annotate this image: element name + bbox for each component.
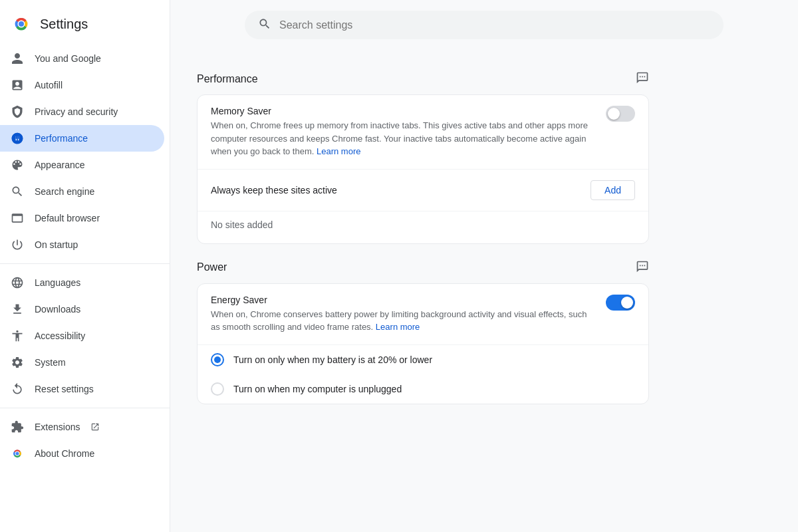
sidebar-item-label: You and Google [35, 53, 101, 64]
main-content: Performance Memory Saver When on, Chrome… [170, 0, 798, 532]
energy-saver-toggle[interactable] [606, 295, 635, 311]
sidebar-divider-2 [0, 408, 170, 408]
memory-saver-learn-more[interactable]: Learn more [317, 146, 360, 156]
search-input[interactable] [279, 19, 710, 31]
sidebar-divider-1 [0, 263, 170, 264]
energy-saver-desc: When on, Chrome conserves battery power … [211, 308, 595, 334]
sidebar-nav-tertiary: Extensions About Chrome [0, 414, 170, 467]
sidebar-item-label: About Chrome [35, 448, 94, 459]
autofill-icon [11, 78, 24, 92]
memory-saver-content: Memory Saver When on, Chrome frees up me… [211, 106, 595, 158]
performance-section-header: Performance [197, 71, 649, 86]
sidebar-item-about-chrome[interactable]: About Chrome [0, 440, 164, 467]
power-section-title: Power [197, 261, 227, 273]
external-link-icon [90, 422, 100, 432]
sidebar-item-label: Search engine [35, 186, 94, 197]
performance-card: Memory Saver When on, Chrome frees up me… [197, 94, 649, 244]
download-icon [11, 303, 24, 316]
radio-battery-20-label: Turn on only when my battery is at 20% o… [233, 354, 432, 365]
radio-unplugged[interactable] [211, 382, 224, 396]
always-active-sites-header: Always keep these sites active Add [198, 170, 648, 211]
sidebar-header: Settings [0, 5, 170, 45]
performance-feedback-icon[interactable] [636, 71, 649, 86]
svg-point-4 [19, 21, 24, 27]
shield-icon [11, 105, 24, 118]
browser-icon [11, 211, 24, 225]
sidebar-item-on-startup[interactable]: On startup [0, 231, 164, 258]
memory-saver-title: Memory Saver [211, 106, 595, 116]
memory-saver-slider [606, 106, 635, 122]
sidebar-item-languages[interactable]: Languages [0, 269, 164, 296]
sidebar-item-downloads[interactable]: Downloads [0, 296, 164, 323]
search-bar-container [170, 0, 798, 50]
energy-saver-row: Energy Saver When on, Chrome conserves b… [198, 284, 648, 345]
app-title: Settings [40, 17, 88, 32]
memory-saver-header: Memory Saver When on, Chrome frees up me… [211, 106, 635, 158]
radio-unplugged-row[interactable]: Turn on when my computer is unplugged [198, 374, 648, 404]
sidebar-item-reset-settings[interactable]: Reset settings [0, 376, 164, 402]
search-bar [245, 11, 724, 39]
sidebar-item-privacy-and-security[interactable]: Privacy and security [0, 98, 164, 125]
sidebar-item-autofill[interactable]: Autofill [0, 72, 164, 98]
sidebar-item-extensions[interactable]: Extensions [0, 414, 164, 440]
energy-saver-header: Energy Saver When on, Chrome conserves b… [211, 295, 635, 334]
sidebar: Settings You and Google Autofill Privacy… [0, 0, 170, 532]
energy-saver-slider [606, 295, 635, 311]
energy-saver-title: Energy Saver [211, 295, 595, 305]
always-active-sites-label: Always keep these sites active [211, 185, 337, 196]
person-icon [11, 52, 24, 65]
sidebar-item-label: Privacy and security [35, 106, 118, 117]
no-sites-message: No sites added [198, 211, 648, 243]
system-icon [11, 356, 24, 369]
sidebar-item-appearance[interactable]: Appearance [0, 152, 164, 178]
radio-battery-20-row[interactable]: Turn on only when my battery is at 20% o… [198, 345, 648, 374]
sidebar-item-label: System [35, 357, 66, 368]
sidebar-item-label: Extensions [35, 422, 80, 432]
sidebar-item-label: Autofill [35, 80, 63, 90]
sidebar-item-you-and-google[interactable]: You and Google [0, 45, 164, 72]
radio-unplugged-label: Turn on when my computer is unplugged [233, 384, 402, 394]
memory-saver-desc: When on, Chrome frees up memory from ina… [211, 119, 595, 158]
power-icon [11, 238, 24, 251]
globe-icon [11, 276, 24, 289]
sidebar-item-label: Performance [35, 133, 88, 144]
performance-section-title: Performance [197, 73, 258, 85]
sidebar-item-label: Languages [35, 277, 80, 288]
sidebar-item-accessibility[interactable]: Accessibility [0, 323, 164, 349]
power-card: Energy Saver When on, Chrome conserves b… [197, 283, 649, 404]
accessibility-icon [11, 329, 24, 342]
sidebar-nav-primary: You and Google Autofill Privacy and secu… [0, 45, 170, 258]
sidebar-item-label: Downloads [35, 304, 80, 315]
palette-icon [11, 158, 24, 172]
sidebar-item-default-browser[interactable]: Default browser [0, 205, 164, 231]
speedometer-icon [11, 132, 24, 145]
memory-saver-toggle[interactable] [606, 106, 635, 122]
energy-saver-content: Energy Saver When on, Chrome conserves b… [211, 295, 595, 334]
sidebar-item-search-engine[interactable]: Search engine [0, 178, 164, 205]
sidebar-item-label: Reset settings [35, 384, 94, 394]
sidebar-item-label: Default browser [35, 213, 100, 223]
search-icon [258, 17, 271, 33]
search-engine-icon [11, 185, 24, 198]
puzzle-icon [11, 420, 24, 434]
add-sites-button[interactable]: Add [591, 180, 635, 200]
sidebar-nav-secondary: Languages Downloads Accessibility System [0, 269, 170, 402]
sidebar-item-label: Appearance [35, 160, 85, 170]
reset-icon [11, 382, 24, 396]
power-feedback-icon[interactable] [636, 260, 649, 275]
power-section-header: Power [197, 260, 649, 275]
sidebar-item-performance[interactable]: Performance [0, 125, 164, 152]
energy-saver-learn-more[interactable]: Learn more [376, 322, 420, 332]
sidebar-item-label: Accessibility [35, 331, 85, 341]
svg-point-8 [16, 452, 19, 456]
sidebar-item-label: On startup [35, 239, 78, 250]
chrome-info-icon [11, 447, 24, 460]
content-area: Performance Memory Saver When on, Chrome… [170, 50, 676, 447]
sidebar-item-system[interactable]: System [0, 349, 164, 376]
memory-saver-row: Memory Saver When on, Chrome frees up me… [198, 95, 648, 170]
chrome-logo-icon [11, 13, 32, 35]
radio-battery-20[interactable] [211, 353, 224, 366]
